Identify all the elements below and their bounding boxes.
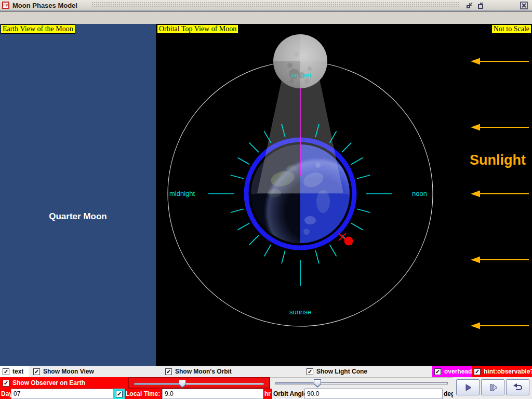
hint-observable-label: hint:observable? xyxy=(484,368,532,375)
reset-icon xyxy=(513,382,523,393)
overhead-checkbox[interactable]: ✓ xyxy=(434,368,441,375)
close-icon[interactable] xyxy=(520,2,528,9)
window-title: Moon Phases Model xyxy=(12,2,77,9)
earth-view-panel: Quarter Moon xyxy=(0,24,156,366)
title-bar[interactable]: Eje Moon Phases Model xyxy=(0,0,532,11)
slider-row: ✓ Show Observer on Earth xyxy=(0,377,532,389)
hour-tick xyxy=(249,143,259,152)
hour-tick xyxy=(342,143,351,152)
orbit-scene: midnight noon sunrise sunset Sunlight xyxy=(156,24,532,366)
hour-tick xyxy=(315,250,319,263)
maximize-icon[interactable] xyxy=(476,2,484,9)
orbit-view-panel: midnight noon sunrise sunset Sunlight xyxy=(156,24,532,366)
sunset-label: sunset xyxy=(291,71,312,79)
show-moons-orbit-checkbox[interactable]: ✓ xyxy=(165,368,172,375)
hour-tick xyxy=(351,223,363,230)
time-checkbox[interactable]: ✓ xyxy=(116,391,123,397)
noon-label: noon xyxy=(412,190,427,197)
playback-panel xyxy=(453,377,532,399)
earth-view-caption: Earth View of the Moon xyxy=(1,24,75,34)
hour-tick xyxy=(351,158,363,165)
text-checkbox[interactable]: ✓ xyxy=(3,368,9,375)
show-moon-view-label: Show Moon View xyxy=(43,368,94,375)
show-light-cone-group[interactable]: ✓ Show Light Cone xyxy=(299,366,432,377)
hour-tick xyxy=(357,175,370,179)
menu-strip xyxy=(0,11,532,24)
overhead-group[interactable]: ✓ overhead xyxy=(432,366,472,377)
show-moons-orbit-label: Show Moon's Orbit xyxy=(175,368,232,375)
hour-tick xyxy=(357,209,370,212)
hr-unit-label: hr xyxy=(263,389,272,399)
not-to-scale-caption: Not to Scale xyxy=(491,24,531,34)
show-moons-orbit-group[interactable]: ✓ Show Moon's Orbit xyxy=(160,366,299,377)
hour-tick xyxy=(264,245,271,257)
local-time-slider[interactable] xyxy=(128,377,270,389)
orbit-view-caption: Orbital Top View of Moon xyxy=(157,24,238,34)
show-observer-group[interactable]: ✓ Show Observer on Earth xyxy=(0,377,128,389)
minimize-icon[interactable] xyxy=(466,2,474,9)
moon[interactable] xyxy=(273,34,327,88)
local-time-slider-track[interactable] xyxy=(134,383,264,385)
sunlight-arrow-head xyxy=(471,124,480,131)
show-light-cone-checkbox[interactable]: ✓ xyxy=(307,368,313,375)
orbit-angle-field[interactable]: 90.0 xyxy=(304,389,443,399)
hour-tick xyxy=(238,158,250,165)
local-time-label: Local Time: xyxy=(125,389,162,399)
sunlight-arrow-head xyxy=(471,191,480,197)
orbit-angle-slider[interactable] xyxy=(270,377,453,389)
local-time-slider-thumb[interactable] xyxy=(179,380,186,388)
show-moon-view-group[interactable]: ✓ Show Moon View xyxy=(29,366,160,377)
hint-observable-checkbox[interactable]: ✓ xyxy=(474,368,481,375)
checkbox-row: ✓ text ✓ Show Moon View ✓ Show Moon's Or… xyxy=(0,366,532,377)
deg-unit-label: deg xyxy=(443,389,453,399)
text-checkbox-label: text xyxy=(12,368,23,375)
field-row: Day 07 ✓ Local Time: 9.0 hr Orbit Angle … xyxy=(0,389,532,399)
local-time-field[interactable]: 9.0 xyxy=(162,389,263,399)
observer-marker[interactable] xyxy=(339,233,353,246)
titlebar-texture xyxy=(91,2,459,8)
text-checkbox-group[interactable]: ✓ text xyxy=(0,366,29,377)
day-label: Day xyxy=(0,389,11,399)
overhead-label: overhead xyxy=(444,368,472,375)
show-light-cone-label: Show Light Cone xyxy=(316,368,367,375)
day-field[interactable]: 07 xyxy=(11,389,114,399)
orbit-angle-slider-track[interactable] xyxy=(275,382,448,384)
hour-tick xyxy=(249,235,259,245)
hour-tick xyxy=(231,175,244,179)
hour-tick xyxy=(330,245,337,257)
moon-phases-window: Eje Moon Phases Model Quarter Moon xyxy=(0,0,532,399)
step-icon xyxy=(488,382,498,393)
hour-tick xyxy=(282,250,285,263)
sunlight-arrow-head xyxy=(471,257,480,263)
step-button[interactable] xyxy=(481,379,504,395)
hint-observable-group[interactable]: ✓ hint:observable? xyxy=(472,366,532,377)
time-checkbox-group[interactable]: ✓ xyxy=(114,389,125,399)
sunlight-arrow-head xyxy=(471,323,480,329)
show-observer-checkbox[interactable]: ✓ xyxy=(3,380,9,387)
play-icon xyxy=(463,382,473,393)
hour-tick xyxy=(238,223,250,230)
sunlight-arrows xyxy=(471,58,529,329)
orbit-angle-slider-thumb[interactable] xyxy=(314,379,321,388)
hour-tick xyxy=(231,209,244,212)
play-button[interactable] xyxy=(456,379,480,395)
moon-phase-label: Quarter Moon xyxy=(0,211,156,222)
ejs-app-icon: Eje xyxy=(2,2,9,9)
reset-button[interactable] xyxy=(506,379,529,395)
sunlight-arrow-head xyxy=(471,58,480,65)
midnight-label: midnight xyxy=(169,190,195,197)
sunlight-label: Sunlight xyxy=(470,152,526,168)
show-observer-label: Show Observer on Earth xyxy=(12,379,85,387)
show-moon-view-checkbox[interactable]: ✓ xyxy=(33,368,40,375)
sunrise-label: sunrise xyxy=(289,308,311,316)
orbit-angle-label: Orbit Angle xyxy=(272,389,304,399)
